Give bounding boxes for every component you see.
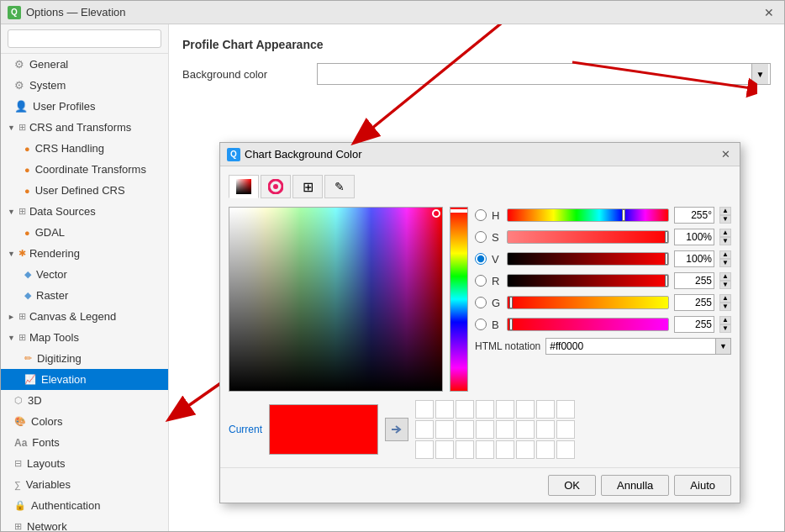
spinner-V-up[interactable]: ▲ <box>719 250 731 259</box>
sidebar-group-datasources[interactable]: ▼ ⊞ Data Sources <box>1 201 168 222</box>
swatch-1[interactable] <box>415 400 434 419</box>
sidebar-item-gdal[interactable]: ● GDAL <box>1 222 168 243</box>
slider-track-B[interactable] <box>507 318 669 331</box>
sidebar-item-vector[interactable]: ◆ Vector <box>1 264 168 285</box>
slider-value-S[interactable]: 100% <box>674 229 714 245</box>
sidebar-item-user-defined-crs[interactable]: ● User Defined CRS <box>1 180 168 201</box>
swatch-18[interactable] <box>435 440 454 459</box>
dialog-close-button[interactable]: ✕ <box>718 147 733 162</box>
sidebar-item-crs-handling[interactable]: ● CRS Handling <box>1 138 168 159</box>
swatch-12[interactable] <box>476 420 494 439</box>
aiuto-button[interactable]: Aiuto <box>674 475 731 496</box>
radio-B[interactable] <box>475 319 487 330</box>
swatch-20[interactable] <box>476 440 494 459</box>
swatch-23[interactable] <box>536 440 555 459</box>
sidebar-item-network[interactable]: ⊞ Network <box>1 516 168 531</box>
sidebar-label-authentication: Authentication <box>31 499 100 512</box>
sidebar-item-authentication[interactable]: 🔒 Authentication <box>1 495 168 516</box>
spinner-S-down[interactable]: ▼ <box>719 237 731 245</box>
spinner-H-up[interactable]: ▲ <box>719 207 731 215</box>
tab-color-picker[interactable]: ✎ <box>324 175 355 198</box>
spinner-G-up[interactable]: ▲ <box>719 294 731 303</box>
spinner-H-down[interactable]: ▼ <box>719 215 731 224</box>
tab-color-grid[interactable]: ⊞ <box>292 175 323 198</box>
spinner-G-down[interactable]: ▼ <box>719 303 731 311</box>
sidebar-item-fonts[interactable]: Aa Fonts <box>1 432 168 453</box>
slider-value-V[interactable]: 100% <box>674 250 714 267</box>
slider-value-G[interactable]: 255 <box>674 294 714 311</box>
slider-value-B[interactable]: 255 <box>674 316 714 333</box>
sidebar-item-layouts[interactable]: ⊟ Layouts <box>1 453 168 474</box>
swatch-13[interactable] <box>496 420 514 439</box>
swatch-19[interactable] <box>456 440 474 459</box>
slider-track-H[interactable] <box>507 208 669 222</box>
spinner-B-down[interactable]: ▼ <box>719 324 731 333</box>
slider-value-H[interactable]: 255° <box>674 207 714 224</box>
combo-dropdown-arrow[interactable]: ▼ <box>751 64 768 84</box>
svg-point-7 <box>273 184 278 189</box>
sidebar-item-variables[interactable]: ∑ Variables <box>1 474 168 495</box>
current-color-box <box>269 404 378 455</box>
spinner-V-down[interactable]: ▼ <box>719 259 731 267</box>
swatch-14[interactable] <box>516 420 535 439</box>
sidebar-label-rendering: Rendering <box>29 247 80 260</box>
radio-R[interactable] <box>475 275 487 287</box>
slider-track-S[interactable] <box>507 230 669 244</box>
background-color-combo[interactable]: ▼ <box>317 63 771 85</box>
swatch-2[interactable] <box>435 400 454 419</box>
sidebar-item-system[interactable]: ⚙ System <box>1 75 168 96</box>
spinner-R-up[interactable]: ▲ <box>719 272 731 281</box>
spinner-S-up[interactable]: ▲ <box>719 229 731 237</box>
radio-V[interactable] <box>475 253 487 265</box>
spinner-R-down[interactable]: ▼ <box>719 281 731 289</box>
radio-H[interactable] <box>475 209 487 221</box>
swatch-6[interactable] <box>516 400 535 419</box>
swatch-22[interactable] <box>516 440 535 459</box>
sidebar-group-rendering[interactable]: ▼ ✱ Rendering <box>1 243 168 264</box>
copy-color-button[interactable] <box>385 418 408 441</box>
tab-color-square[interactable] <box>229 175 259 198</box>
annulla-button[interactable]: Annulla <box>601 475 669 496</box>
swatch-3[interactable] <box>456 400 474 419</box>
search-box[interactable] <box>1 24 168 54</box>
color-square[interactable] <box>229 207 443 392</box>
sidebar-group-maptools[interactable]: ▼ ⊞ Map Tools <box>1 327 168 348</box>
slider-value-R[interactable]: 255 <box>674 272 714 289</box>
radio-S[interactable] <box>475 231 487 243</box>
swatch-11[interactable] <box>456 420 474 439</box>
sidebar-item-3d[interactable]: ⬡ 3D <box>1 390 168 411</box>
search-input[interactable] <box>8 29 161 48</box>
window-close-button[interactable]: ✕ <box>761 4 777 21</box>
swatch-7[interactable] <box>536 400 555 419</box>
sidebar-item-user-profiles[interactable]: 👤 User Profiles <box>1 96 168 117</box>
slider-track-V[interactable] <box>507 252 669 266</box>
swatch-21[interactable] <box>496 440 514 459</box>
sidebar-item-raster[interactable]: ◆ Raster <box>1 285 168 306</box>
spinner-B-up[interactable]: ▲ <box>719 316 731 324</box>
slider-track-R[interactable] <box>507 274 669 287</box>
sidebar-group-canvas[interactable]: ► ⊞ Canvas & Legend <box>1 306 168 327</box>
swatch-15[interactable] <box>536 420 555 439</box>
sidebar-group-crs[interactable]: ▼ ⊞ CRS and Transforms <box>1 117 168 138</box>
swatch-8[interactable] <box>556 400 575 419</box>
swatch-10[interactable] <box>435 420 454 439</box>
slider-track-G[interactable] <box>507 296 669 309</box>
html-dropdown-btn[interactable]: ▼ <box>715 339 730 354</box>
tab-color-wheel[interactable] <box>261 175 291 198</box>
radio-G[interactable] <box>475 297 487 308</box>
swatch-4[interactable] <box>476 400 494 419</box>
swatch-17[interactable] <box>415 440 434 459</box>
sidebar-item-colors[interactable]: 🎨 Colors <box>1 411 168 432</box>
sidebar-item-coord-transforms[interactable]: ● Coordinate Transforms <box>1 159 168 180</box>
html-notation-input[interactable] <box>546 339 715 354</box>
sidebar-item-general[interactable]: ⚙ General <box>1 54 168 75</box>
sidebar-item-digitizing[interactable]: ✏ Digitizing <box>1 348 168 369</box>
swatch-9[interactable] <box>415 420 434 439</box>
dialog-q-icon: Q <box>227 148 240 161</box>
swatch-16[interactable] <box>556 420 575 439</box>
ok-button[interactable]: OK <box>548 475 596 496</box>
hue-vertical-slider[interactable] <box>450 207 468 392</box>
swatch-5[interactable] <box>496 400 514 419</box>
sidebar-item-elevation[interactable]: 📈 Elevation <box>1 369 168 390</box>
swatch-24[interactable] <box>556 440 575 459</box>
